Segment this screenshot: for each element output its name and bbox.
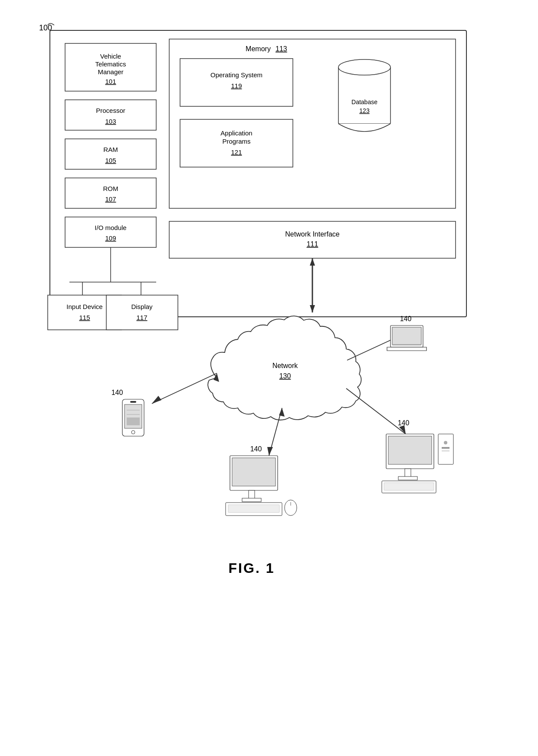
svg-rect-22 <box>438 434 453 464</box>
vehicle-telematics-ref: 101 <box>105 78 116 85</box>
desktop-icon-bottom <box>226 456 297 516</box>
svg-rect-21 <box>398 477 417 480</box>
client-label-bottom: 140 <box>250 445 262 453</box>
processor-ref: 103 <box>105 118 116 125</box>
fig-label: FIG. 1 <box>229 560 275 576</box>
arrow-down-head <box>310 305 315 312</box>
svg-rect-12 <box>249 490 255 499</box>
page-container: 100 Vehicle Telematics Manager 101 Proce… <box>0 0 538 756</box>
ram-box <box>65 139 156 169</box>
network-interface-ref: 111 <box>307 240 318 248</box>
svg-rect-13 <box>242 498 261 502</box>
input-device-label: Input Device <box>66 303 102 310</box>
vehicle-telematics-label2: Telematics <box>95 60 126 68</box>
svg-rect-1 <box>392 327 421 345</box>
phone-icon-left <box>122 399 144 436</box>
database-cylinder-top <box>338 59 390 75</box>
os-label: Operating System <box>210 71 262 79</box>
memory-label: Memory <box>246 45 271 53</box>
arrow-to-phone-line <box>152 373 217 404</box>
processor-label: Processor <box>96 107 125 114</box>
io-module-box <box>65 217 156 247</box>
io-module-label: I/O module <box>95 224 126 231</box>
arrow-to-phone-head2 <box>152 396 161 404</box>
client-label-top-right: 140 <box>400 315 412 322</box>
processor-box <box>65 100 156 130</box>
network-label: Network <box>272 362 299 369</box>
rom-ref: 107 <box>105 195 116 203</box>
network-interface-label: Network Interface <box>285 230 339 238</box>
database-label: Database <box>351 99 377 105</box>
svg-rect-25 <box>442 450 449 451</box>
app-programs-label1: Application <box>220 129 252 137</box>
arrow-to-desktop1-line <box>346 388 406 434</box>
svg-rect-9 <box>127 417 140 425</box>
svg-point-23 <box>444 441 447 444</box>
rom-label: ROM <box>103 185 118 192</box>
ram-label: RAM <box>103 146 118 153</box>
svg-rect-15 <box>228 505 279 513</box>
display-ref: 117 <box>136 314 147 321</box>
desktop-icon-bottom-right <box>382 434 453 493</box>
vehicle-telematics-label: Vehicle <box>100 53 121 60</box>
database-cylinder-body <box>338 67 390 124</box>
app-programs-label2: Programs <box>222 138 250 145</box>
network-cloud: Network 130 <box>208 316 361 420</box>
io-module-ref: 109 <box>105 234 116 242</box>
memory-ref: 113 <box>276 45 287 53</box>
svg-rect-20 <box>405 469 411 477</box>
client-label-bottom-right: 140 <box>398 419 410 427</box>
network-interface-box <box>169 221 456 258</box>
arrow-up-head <box>310 258 315 266</box>
ram-ref: 105 <box>105 157 116 164</box>
rom-box <box>65 178 156 208</box>
database-ref: 123 <box>359 107 370 114</box>
input-device-ref: 115 <box>79 314 90 321</box>
display-box <box>106 295 178 330</box>
app-programs-ref: 121 <box>231 148 242 156</box>
os-ref: 119 <box>231 82 242 89</box>
svg-rect-11 <box>232 458 276 486</box>
main-diagram: 100 Vehicle Telematics Manager 101 Proce… <box>26 17 503 733</box>
svg-rect-24 <box>442 447 449 449</box>
svg-rect-27 <box>384 483 434 490</box>
vehicle-telematics-label3: Manager <box>98 68 123 76</box>
arrow-to-bottom-desktop-head2 <box>267 447 273 456</box>
svg-rect-5 <box>130 401 136 403</box>
svg-rect-19 <box>388 436 432 464</box>
laptop-icon-top-right <box>387 325 426 351</box>
display-label: Display <box>131 303 153 310</box>
client-label-left: 140 <box>112 389 123 396</box>
network-ref: 130 <box>279 372 291 380</box>
